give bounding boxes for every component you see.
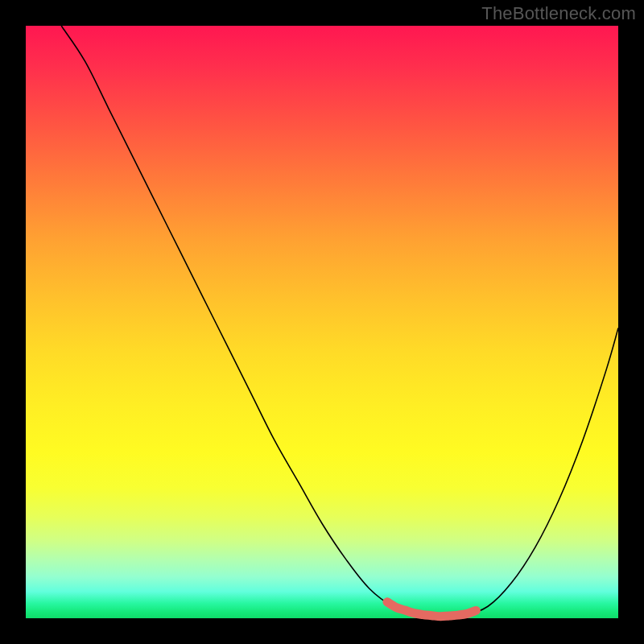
optimal-range-highlight — [387, 602, 476, 617]
plot-area — [26, 26, 618, 618]
chart-frame: TheBottleneck.com — [0, 0, 644, 644]
watermark-text: TheBottleneck.com — [481, 3, 636, 24]
bottleneck-curve — [61, 26, 618, 617]
curve-layer — [26, 26, 618, 618]
